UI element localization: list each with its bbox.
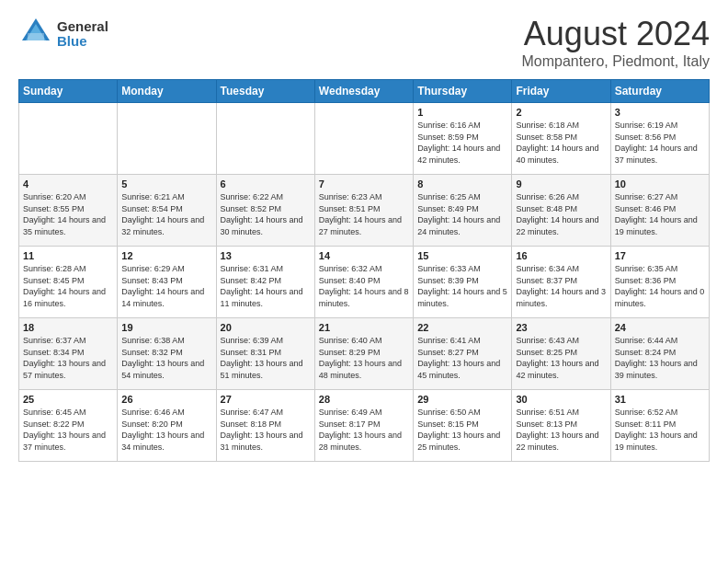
title-block: August 2024 Mompantero, Piedmont, Italy	[521, 15, 710, 70]
calendar-cell: 16Sunrise: 6:34 AM Sunset: 8:37 PM Dayli…	[512, 247, 610, 318]
day-number: 20	[221, 322, 311, 333]
calendar-cell: 21Sunrise: 6:40 AM Sunset: 8:29 PM Dayli…	[314, 318, 413, 390]
day-number: 4	[23, 178, 113, 190]
day-number: 17	[615, 250, 705, 261]
day-info: Sunrise: 6:41 AM Sunset: 8:27 PM Dayligh…	[417, 335, 507, 381]
page: General Blue August 2024 Mompantero, Pie…	[0, 0, 728, 563]
day-info: Sunrise: 6:16 AM Sunset: 8:59 PM Dayligh…	[417, 120, 507, 166]
header-friday: Friday	[512, 80, 610, 103]
day-number: 8	[417, 178, 507, 190]
week-row-2: 11Sunrise: 6:28 AM Sunset: 8:45 PM Dayli…	[19, 247, 710, 318]
calendar-body: 1Sunrise: 6:16 AM Sunset: 8:59 PM Daylig…	[19, 103, 710, 462]
header-tuesday: Tuesday	[216, 80, 314, 103]
calendar-cell	[118, 103, 216, 175]
calendar-cell: 23Sunrise: 6:43 AM Sunset: 8:25 PM Dayli…	[512, 318, 610, 390]
day-number: 10	[615, 178, 705, 190]
day-info: Sunrise: 6:27 AM Sunset: 8:46 PM Dayligh…	[615, 191, 705, 237]
week-row-4: 25Sunrise: 6:45 AM Sunset: 8:22 PM Dayli…	[19, 390, 710, 462]
calendar-cell: 22Sunrise: 6:41 AM Sunset: 8:27 PM Dayli…	[414, 318, 512, 390]
calendar-cell: 3Sunrise: 6:19 AM Sunset: 8:56 PM Daylig…	[610, 103, 709, 175]
calendar-cell: 18Sunrise: 6:37 AM Sunset: 8:34 PM Dayli…	[19, 318, 118, 390]
calendar-cell: 4Sunrise: 6:20 AM Sunset: 8:55 PM Daylig…	[19, 175, 118, 247]
day-info: Sunrise: 6:34 AM Sunset: 8:37 PM Dayligh…	[516, 263, 606, 309]
day-info: Sunrise: 6:31 AM Sunset: 8:42 PM Dayligh…	[221, 263, 311, 309]
location-title: Mompantero, Piedmont, Italy	[521, 53, 710, 70]
day-number: 15	[417, 250, 507, 261]
week-row-0: 1Sunrise: 6:16 AM Sunset: 8:59 PM Daylig…	[19, 103, 710, 175]
day-info: Sunrise: 6:21 AM Sunset: 8:54 PM Dayligh…	[121, 191, 211, 237]
day-number: 25	[23, 394, 113, 405]
logo-text: General Blue	[57, 19, 108, 50]
header-row: SundayMondayTuesdayWednesdayThursdayFrid…	[19, 80, 710, 103]
calendar-cell: 30Sunrise: 6:51 AM Sunset: 8:13 PM Dayli…	[512, 390, 610, 462]
calendar-cell: 9Sunrise: 6:26 AM Sunset: 8:48 PM Daylig…	[512, 175, 610, 247]
day-number: 21	[319, 322, 409, 333]
day-info: Sunrise: 6:22 AM Sunset: 8:52 PM Dayligh…	[221, 191, 311, 237]
calendar-cell: 19Sunrise: 6:38 AM Sunset: 8:32 PM Dayli…	[118, 318, 216, 390]
day-number: 3	[615, 107, 705, 118]
calendar-cell: 8Sunrise: 6:25 AM Sunset: 8:49 PM Daylig…	[414, 175, 512, 247]
header-sunday: Sunday	[19, 80, 118, 103]
day-info: Sunrise: 6:37 AM Sunset: 8:34 PM Dayligh…	[23, 335, 113, 381]
calendar-cell: 5Sunrise: 6:21 AM Sunset: 8:54 PM Daylig…	[118, 175, 216, 247]
calendar-cell: 14Sunrise: 6:32 AM Sunset: 8:40 PM Dayli…	[314, 247, 413, 318]
day-number: 16	[516, 250, 606, 261]
header: General Blue August 2024 Mompantero, Pie…	[18, 15, 710, 70]
day-info: Sunrise: 6:23 AM Sunset: 8:51 PM Dayligh…	[319, 191, 409, 237]
calendar-cell: 29Sunrise: 6:50 AM Sunset: 8:15 PM Dayli…	[414, 390, 512, 462]
header-wednesday: Wednesday	[314, 80, 413, 103]
day-number: 26	[121, 394, 211, 405]
day-number: 2	[516, 107, 606, 118]
day-info: Sunrise: 6:28 AM Sunset: 8:45 PM Dayligh…	[23, 263, 113, 309]
day-info: Sunrise: 6:33 AM Sunset: 8:39 PM Dayligh…	[417, 263, 507, 309]
day-info: Sunrise: 6:18 AM Sunset: 8:58 PM Dayligh…	[516, 120, 606, 166]
day-info: Sunrise: 6:29 AM Sunset: 8:43 PM Dayligh…	[121, 263, 211, 309]
day-number: 23	[516, 322, 606, 333]
header-saturday: Saturday	[610, 80, 709, 103]
day-info: Sunrise: 6:19 AM Sunset: 8:56 PM Dayligh…	[615, 120, 705, 166]
calendar-cell: 1Sunrise: 6:16 AM Sunset: 8:59 PM Daylig…	[414, 103, 512, 175]
day-number: 18	[23, 322, 113, 333]
day-info: Sunrise: 6:20 AM Sunset: 8:55 PM Dayligh…	[23, 191, 113, 237]
day-number: 6	[221, 178, 311, 190]
day-number: 1	[417, 107, 507, 118]
day-info: Sunrise: 6:40 AM Sunset: 8:29 PM Dayligh…	[319, 335, 409, 381]
calendar-cell: 13Sunrise: 6:31 AM Sunset: 8:42 PM Dayli…	[216, 247, 314, 318]
calendar-cell: 31Sunrise: 6:52 AM Sunset: 8:11 PM Dayli…	[610, 390, 709, 462]
logo-general-label: General	[57, 19, 108, 35]
day-number: 29	[417, 394, 507, 405]
day-info: Sunrise: 6:32 AM Sunset: 8:40 PM Dayligh…	[319, 263, 409, 309]
svg-rect-2	[28, 33, 44, 40]
day-info: Sunrise: 6:26 AM Sunset: 8:48 PM Dayligh…	[516, 191, 606, 237]
day-info: Sunrise: 6:44 AM Sunset: 8:24 PM Dayligh…	[615, 335, 705, 381]
day-number: 11	[23, 250, 113, 261]
header-thursday: Thursday	[414, 80, 512, 103]
calendar-cell: 7Sunrise: 6:23 AM Sunset: 8:51 PM Daylig…	[314, 175, 413, 247]
calendar-cell: 17Sunrise: 6:35 AM Sunset: 8:36 PM Dayli…	[610, 247, 709, 318]
day-number: 7	[319, 178, 409, 190]
logo: General Blue	[18, 15, 108, 53]
week-row-3: 18Sunrise: 6:37 AM Sunset: 8:34 PM Dayli…	[19, 318, 710, 390]
day-info: Sunrise: 6:43 AM Sunset: 8:25 PM Dayligh…	[516, 335, 606, 381]
day-info: Sunrise: 6:35 AM Sunset: 8:36 PM Dayligh…	[615, 263, 705, 309]
day-info: Sunrise: 6:47 AM Sunset: 8:18 PM Dayligh…	[221, 407, 311, 453]
calendar-cell: 6Sunrise: 6:22 AM Sunset: 8:52 PM Daylig…	[216, 175, 314, 247]
day-info: Sunrise: 6:39 AM Sunset: 8:31 PM Dayligh…	[221, 335, 311, 381]
header-monday: Monday	[118, 80, 216, 103]
calendar-cell: 2Sunrise: 6:18 AM Sunset: 8:58 PM Daylig…	[512, 103, 610, 175]
calendar-header: SundayMondayTuesdayWednesdayThursdayFrid…	[19, 80, 710, 103]
calendar-cell: 20Sunrise: 6:39 AM Sunset: 8:31 PM Dayli…	[216, 318, 314, 390]
calendar-cell	[216, 103, 314, 175]
logo-blue-label: Blue	[57, 34, 108, 50]
day-number: 5	[121, 178, 211, 190]
month-title: August 2024	[521, 15, 710, 53]
day-info: Sunrise: 6:51 AM Sunset: 8:13 PM Dayligh…	[516, 407, 606, 453]
day-info: Sunrise: 6:46 AM Sunset: 8:20 PM Dayligh…	[121, 407, 211, 453]
day-number: 31	[615, 394, 705, 405]
calendar-cell: 28Sunrise: 6:49 AM Sunset: 8:17 PM Dayli…	[314, 390, 413, 462]
calendar-cell: 15Sunrise: 6:33 AM Sunset: 8:39 PM Dayli…	[414, 247, 512, 318]
day-info: Sunrise: 6:45 AM Sunset: 8:22 PM Dayligh…	[23, 407, 113, 453]
day-info: Sunrise: 6:49 AM Sunset: 8:17 PM Dayligh…	[319, 407, 409, 453]
calendar-cell: 25Sunrise: 6:45 AM Sunset: 8:22 PM Dayli…	[19, 390, 118, 462]
day-number: 27	[221, 394, 311, 405]
